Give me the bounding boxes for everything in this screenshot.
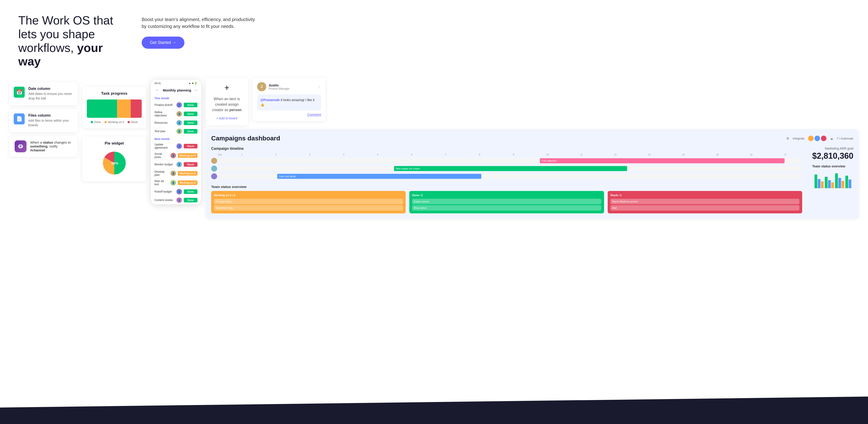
progress-bar bbox=[87, 100, 142, 118]
task-status-11: Done bbox=[184, 198, 197, 202]
timeline-bar-2: New vegan ice cream bbox=[394, 166, 627, 171]
timeline-row-2: New vegan ice cream bbox=[211, 166, 802, 171]
phone-title: Monthly planning bbox=[163, 88, 191, 92]
comment-action-link[interactable]: Comment bbox=[257, 113, 321, 116]
phone-task-row-4: Test plan 👤 Done bbox=[151, 127, 201, 136]
task-status-9: Working on it bbox=[178, 180, 197, 185]
phone-time: 09:41 bbox=[154, 82, 161, 85]
task-avatar-8: 👤 bbox=[170, 171, 176, 176]
task-name-10: Kickoff budget bbox=[154, 190, 175, 193]
task-avatar-6: 👤 bbox=[170, 153, 176, 158]
task-avatar-2: 👤 bbox=[177, 111, 182, 117]
task-name-7: Monitor budget bbox=[154, 163, 175, 166]
team-status-chart: Team status overview bbox=[812, 164, 854, 191]
bar-2-blue bbox=[828, 180, 831, 188]
dashboard-actions: ⚙ Integrate ☁ 7 / Automate bbox=[786, 136, 854, 141]
arr-value: $2,810,360 bbox=[812, 151, 854, 161]
phone-task-row-8: Develop plan 👤 Working on it bbox=[151, 169, 201, 178]
phone-task-row-1: Finalize kickoff 👤 Done bbox=[151, 101, 201, 109]
phone-task-row-5: Update agreement 👤 Stuck bbox=[151, 142, 201, 151]
get-started-button[interactable]: Get Started → bbox=[142, 36, 184, 49]
progress-working bbox=[117, 100, 131, 118]
right-section: + When an item iscreated assigncreator a… bbox=[206, 78, 859, 219]
comment-card: J Justin Product Manager ⋮ @Prasannah it… bbox=[252, 78, 326, 121]
phone-menu-button[interactable]: ··· bbox=[194, 88, 197, 93]
phone-back-button[interactable]: ‹ bbox=[154, 87, 160, 93]
task-avatar-7: 👤 bbox=[177, 162, 182, 167]
timeline-row-3: Low cost deals bbox=[211, 173, 802, 179]
integrate-label: Integrate bbox=[793, 137, 804, 140]
add-to-board-link[interactable]: + Add to board bbox=[216, 116, 237, 120]
team-status-title: Team status overview bbox=[211, 185, 802, 189]
pie-widget-card: Pie widget 55% bbox=[82, 137, 146, 181]
date-card-desc: Add dates to ensure you never drop the b… bbox=[28, 92, 73, 101]
phone-task-row-10: Kickoff budget 👤 Done bbox=[151, 188, 201, 196]
bar-2-orange bbox=[831, 182, 834, 188]
left-cards: 📅 Date column Add dates to ensure you ne… bbox=[9, 82, 78, 157]
task-name-8: Develop plan bbox=[154, 170, 169, 176]
svg-text:#: # bbox=[20, 144, 22, 148]
task-avatar-4: 👤 bbox=[177, 129, 182, 134]
phone-section-next-month: Next month bbox=[151, 136, 201, 142]
task-status-6: Working on it bbox=[178, 153, 197, 158]
bar-chart-svg bbox=[812, 170, 854, 191]
status-done-title: Done / 2 bbox=[412, 194, 601, 197]
arr-label: Marketing ARR goal bbox=[812, 147, 854, 150]
status-stuck-card: Stuck / 1 March Madness promo Add bbox=[608, 191, 802, 214]
comment-mention: @Prasannah bbox=[260, 98, 280, 102]
bar-4-green bbox=[845, 176, 848, 188]
bar-4-blue bbox=[848, 179, 851, 188]
phone-task-row-6: Social posts 👤 Working on it bbox=[151, 151, 201, 160]
comment-user-info: Justin Product Manager bbox=[269, 83, 289, 90]
task-name-11: Content review bbox=[154, 198, 175, 202]
status-stuck-title: Stuck / 1 bbox=[611, 194, 800, 197]
date-card-title: Date column bbox=[28, 87, 73, 91]
bar-1-orange bbox=[821, 181, 824, 188]
phone-task-row-11: Content review 👤 Done bbox=[151, 196, 201, 204]
bar-1-blue bbox=[818, 179, 820, 188]
trigger-text: When an item iscreated assigncreator as … bbox=[212, 96, 242, 113]
task-status-3: Done bbox=[184, 120, 197, 125]
phone-task-row-9: New ad test 👤 Working on it bbox=[151, 178, 201, 188]
team-status-section: Team status overview Working on it / 2 P… bbox=[211, 185, 802, 214]
date-feature-text: Date column Add dates to ensure you neve… bbox=[28, 87, 73, 101]
trigger-card: + When an item iscreated assigncreator a… bbox=[206, 78, 248, 125]
hero-left: The Work OS that lets you shape workflow… bbox=[18, 14, 128, 68]
phone-signal: ▲ ◈ 🔋 bbox=[189, 82, 197, 85]
task-name-1: Finalize kickoff bbox=[154, 103, 175, 107]
dashboard-left: Campaign timeline Dec 1 2 3 4 5 6 7 8 bbox=[211, 147, 802, 214]
comment-options-button[interactable]: ⋮ bbox=[317, 85, 321, 89]
task-status-5: Stuck bbox=[184, 144, 197, 148]
bar-1-green bbox=[814, 174, 817, 188]
bar-2-green bbox=[825, 177, 828, 188]
automation-card: # When a status changes to something, no… bbox=[9, 136, 78, 157]
legend-stuck: Stuck bbox=[127, 120, 138, 124]
stuck-dot bbox=[127, 121, 130, 123]
timeline-months: Dec 1 2 3 4 5 6 7 8 9 10 bbox=[211, 153, 802, 156]
task-status-7: Stuck bbox=[184, 162, 197, 167]
status-stuck-items: March Madness promo Add bbox=[611, 199, 800, 210]
task-status-2: Done bbox=[184, 112, 197, 116]
task-status-1: Done bbox=[184, 103, 197, 107]
status-working-card: Working on it / 2 Product listing Valent… bbox=[211, 191, 406, 214]
phone-mockup: 09:41 ▲ ◈ 🔋 ‹ Monthly planning ··· This … bbox=[151, 80, 201, 204]
task-avatar-9: 👤 bbox=[170, 180, 176, 186]
task-name-2: Refine objectives bbox=[154, 111, 175, 117]
main-cards-area: 📅 Date column Add dates to ensure you ne… bbox=[0, 78, 868, 219]
phone-task-row-3: Resources 👤 Done bbox=[151, 119, 201, 127]
done-dot bbox=[91, 121, 93, 123]
timeline-avatar-2 bbox=[211, 166, 217, 171]
timeline-avatar-3 bbox=[211, 173, 217, 179]
date-column-card: 📅 Date column Add dates to ensure you ne… bbox=[9, 82, 78, 105]
page-wrapper: The Work OS that lets you shape workflow… bbox=[0, 0, 868, 424]
task-progress-card: Task progress Done Working on it bbox=[82, 87, 146, 128]
automate-label: 7 / Automate bbox=[837, 137, 854, 140]
pie-widget-title: Pie widget bbox=[87, 141, 142, 146]
task-name-3: Resources bbox=[154, 121, 175, 124]
progress-legend: Done Working on it Stuck bbox=[87, 120, 142, 124]
campaigns-dashboard: Campaigns dashboard ⚙ Integrate ☁ 7 / Au… bbox=[206, 129, 859, 219]
files-feature-text: Files column Add files to items within y… bbox=[28, 113, 73, 128]
task-status-8: Working on it bbox=[178, 171, 197, 176]
done-label: Done bbox=[94, 120, 101, 124]
files-column-card: 📄 Files column Add files to items within… bbox=[9, 109, 78, 132]
